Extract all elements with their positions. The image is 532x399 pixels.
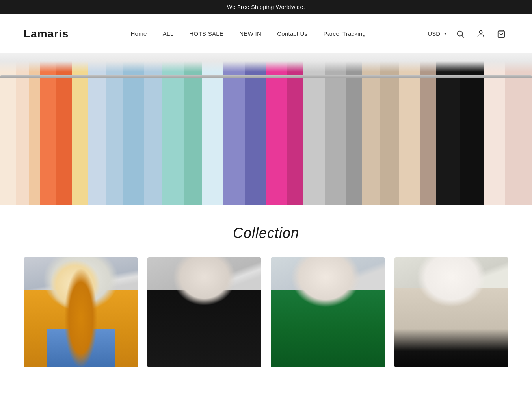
main-nav: Home ALL HOTS SALE NEW IN Contact Us Par…: [130, 30, 366, 37]
nav-item-all[interactable]: ALL: [163, 30, 174, 37]
product-image-4: [394, 257, 509, 367]
site-logo[interactable]: Lamaris: [24, 28, 69, 40]
header-right: USD: [428, 27, 508, 41]
nav-item-home[interactable]: Home: [130, 30, 147, 37]
nav-link-parcel-tracking[interactable]: Parcel Tracking: [323, 30, 366, 37]
nav-link-contact-us[interactable]: Contact Us: [277, 30, 307, 37]
nav-links: Home ALL HOTS SALE NEW IN Contact Us Par…: [130, 30, 366, 37]
account-button[interactable]: [474, 27, 488, 41]
product-grid: [24, 257, 508, 367]
user-icon: [476, 30, 485, 38]
search-icon: [456, 30, 465, 38]
collection-section: Collection: [0, 205, 532, 383]
site-header: Lamaris Home ALL HOTS SALE NEW IN Contac…: [0, 14, 532, 54]
currency-dropdown-arrow: [444, 33, 447, 35]
cart-icon: [497, 30, 506, 38]
nav-link-all[interactable]: ALL: [163, 30, 174, 37]
collection-title: Collection: [24, 225, 508, 241]
currency-selector[interactable]: USD: [428, 30, 447, 37]
product-image-3: [271, 257, 385, 367]
svg-point-2: [479, 30, 482, 33]
cart-button[interactable]: [494, 27, 508, 41]
product-card-2[interactable]: [147, 257, 262, 367]
hero-banner: [0, 54, 532, 205]
nav-item-parcel-tracking[interactable]: Parcel Tracking: [323, 30, 366, 37]
product-card-3[interactable]: [271, 257, 385, 367]
announcement-bar: We Free Shipping Worldwide.: [0, 0, 532, 14]
nav-link-hots-sale[interactable]: HOTS SALE: [189, 30, 223, 37]
nav-item-new-in[interactable]: NEW IN: [239, 30, 261, 37]
announcement-text: We Free Shipping Worldwide.: [227, 4, 305, 10]
currency-label: USD: [428, 30, 440, 37]
nav-link-new-in[interactable]: NEW IN: [239, 30, 261, 37]
hero-banner-image: [0, 54, 532, 205]
nav-item-contact-us[interactable]: Contact Us: [277, 30, 307, 37]
search-button[interactable]: [453, 27, 467, 41]
product-card-1[interactable]: [24, 257, 138, 367]
nav-item-hots-sale[interactable]: HOTS SALE: [189, 30, 223, 37]
product-image-2: [147, 257, 262, 367]
product-image-1: [24, 257, 138, 367]
svg-line-1: [462, 35, 464, 37]
nav-link-home[interactable]: Home: [130, 30, 147, 37]
product-card-4[interactable]: [394, 257, 509, 367]
